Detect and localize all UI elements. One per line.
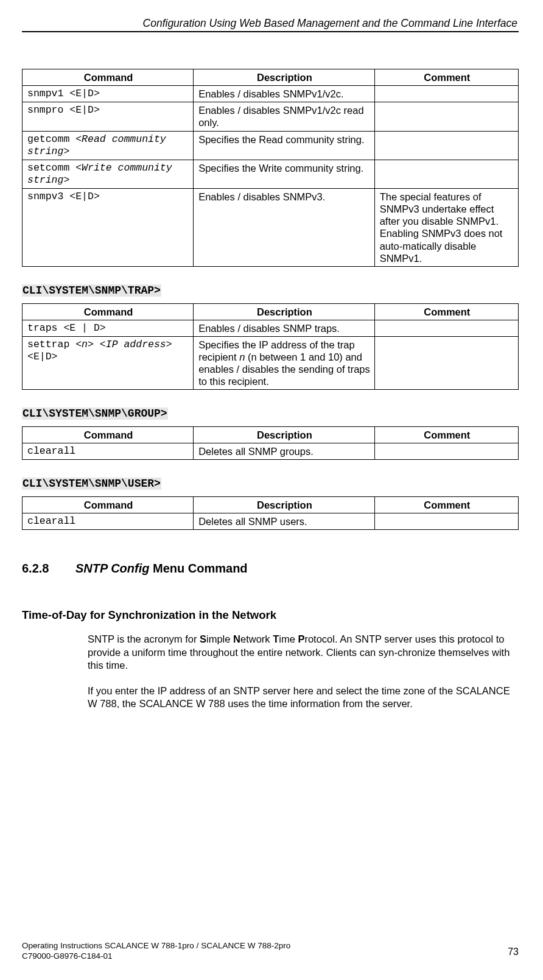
section-title-rest: Menu Command [149,562,247,575]
table-row: traps <E | D> Enables / disables SNMP tr… [23,320,519,336]
command-cell: snmpro <E|D> [23,102,194,131]
command-cell: snmpv1 <E|D> [23,86,194,102]
cli-path-trap: CLI\SYSTEM\SNMP\TRAP> [22,284,161,297]
comment-cell [374,513,518,530]
user-commands-table: Command Description Comment clearall Del… [22,496,519,530]
col-command: Command [23,303,194,320]
comment-cell [374,443,518,460]
cli-path-group: CLI\SYSTEM\SNMP\GROUP> [22,407,168,420]
table-header-row: Command Description Comment [23,497,519,513]
trap-commands-table: Command Description Comment traps <E | D… [22,303,519,390]
section-number: 6.2.8 [22,562,75,576]
section-heading-628: 6.2.8SNTP Config Menu Command [22,562,519,576]
table-header-row: Command Description Comment [23,69,519,86]
command-cell: getcomm <Read community string> [23,131,194,160]
cli-path-user: CLI\SYSTEM\SNMP\USER> [22,478,161,490]
table-row: getcomm <Read community string> Specifie… [23,131,519,160]
comment-cell [374,160,518,188]
section-title-italic: SNTP Config [75,562,149,575]
footer-line2: C79000-G8976-C184-01 [22,951,290,962]
comment-cell [374,86,518,102]
comment-cell: The special features of SNMPv3 undertake… [374,189,518,267]
table-row: clearall Deletes all SNMP groups. [23,443,519,460]
col-description: Description [194,303,374,320]
col-description: Description [194,69,374,86]
footer-line1: Operating Instructions SCALANCE W 788-1p… [22,940,290,951]
table-header-row: Command Description Comment [23,303,519,320]
col-comment: Comment [374,69,518,86]
description-cell: Enables / disables SNMP traps. [194,320,374,336]
command-cell: traps <E | D> [23,320,194,336]
header-rule [22,31,519,32]
command-cell: setcomm <Write community string> [23,160,194,188]
page-footer: Operating Instructions SCALANCE W 788-1p… [22,940,519,962]
command-cell: settrap <n> <IP address> <E|D> [23,336,194,390]
col-command: Command [23,427,194,443]
subsection-heading-tod: Time-of-Day for Synchronization in the N… [22,608,519,622]
table-row: setcomm <Write community string> Specifi… [23,160,519,188]
running-header: Configuration Using Web Based Management… [22,17,519,30]
description-cell: Specifies the Write community string. [194,160,374,188]
snmp-commands-table: Command Description Comment snmpv1 <E|D>… [22,69,519,267]
comment-cell [374,102,518,131]
col-description: Description [194,497,374,513]
col-comment: Comment [374,497,518,513]
col-comment: Comment [374,303,518,320]
body-paragraph: SNTP is the acronym for Simple Network T… [88,633,514,672]
description-cell: Deletes all SNMP groups. [194,443,374,460]
body-paragraph: If you enter the IP address of an SNTP s… [88,685,514,711]
table-row: settrap <n> <IP address> <E|D> Specifies… [23,336,519,390]
col-command: Command [23,69,194,86]
comment-cell [374,320,518,336]
command-cell: clearall [23,513,194,530]
description-cell: Specifies the IP address of the trap rec… [194,336,374,390]
description-cell: Enables / disables SNMPv3. [194,189,374,267]
command-cell: snmpv3 <E|D> [23,189,194,267]
table-row: snmpv1 <E|D> Enables / disables SNMPv1/v… [23,86,519,102]
table-header-row: Command Description Comment [23,427,519,443]
group-commands-table: Command Description Comment clearall Del… [22,426,519,460]
col-comment: Comment [374,427,518,443]
table-row: snmpro <E|D> Enables / disables SNMPv1/v… [23,102,519,131]
comment-cell [374,336,518,390]
command-cell: clearall [23,443,194,460]
description-cell: Specifies the Read community string. [194,131,374,160]
description-cell: Deletes all SNMP users. [194,513,374,530]
description-cell: Enables / disables SNMPv1/v2c read only. [194,102,374,131]
table-row: snmpv3 <E|D> Enables / disables SNMPv3. … [23,189,519,267]
description-cell: Enables / disables SNMPv1/v2c. [194,86,374,102]
page-number: 73 [508,947,519,957]
table-row: clearall Deletes all SNMP users. [23,513,519,530]
col-description: Description [194,427,374,443]
col-command: Command [23,497,194,513]
comment-cell [374,131,518,160]
